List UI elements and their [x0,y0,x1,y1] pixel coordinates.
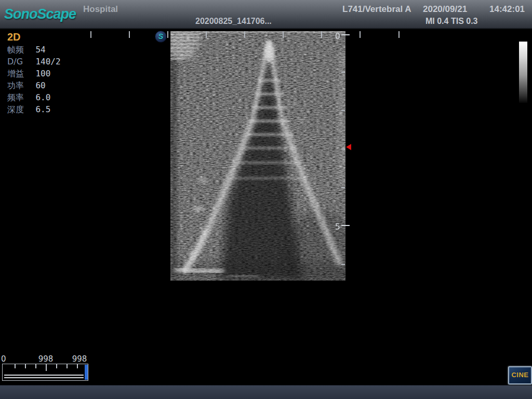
cine-total-label: 998 [69,354,90,364]
hospital-name: Hospital [83,4,118,15]
param-row-dg: D/G 140/2 [7,57,61,69]
param-label: 增益 [7,69,33,79]
title-bar: SonoScape Hospital L741/Vertebral A 2020… [0,0,532,29]
cine-current-label: 998 [35,354,56,364]
param-value: 60 [35,81,45,90]
ruler-tick [398,31,400,38]
ruler-tick [129,31,130,38]
param-value: 6.0 [35,92,50,102]
param-label: 频率 [7,92,33,103]
ruler-tick [360,31,361,38]
clock-time: 14:42:01 [489,4,525,15]
grayscale-bar [519,42,527,103]
cine-button[interactable]: CINE [508,366,532,384]
ultrasound-image[interactable] [170,31,345,281]
exam-id: 20200825_141706... [195,17,272,26]
param-label: D/G [7,57,33,66]
param-value: 140/2 [35,57,60,66]
focus-marker-icon [346,144,351,150]
param-label: 帧频 [7,45,33,56]
cine-start-label: 0 [1,354,6,364]
depth-tick-minor [341,264,345,265]
param-value: 6.5 [35,104,50,114]
cine-track-line [4,375,84,376]
cine-tick [77,364,78,368]
depth-tick-major [341,225,350,226]
cine-track-line [4,377,84,378]
depth-scale-0: 0 [332,31,340,41]
ruler-tick [244,31,245,38]
param-value: 54 [35,45,45,55]
ruler-tick [167,31,168,38]
param-value: 100 [35,69,50,78]
mode-indicator: 2D [7,31,21,43]
ruler-tick [206,31,207,38]
param-row-power: 功率 60 [7,81,46,92]
watermark-letter: S [158,32,163,41]
ruler-tick [90,31,91,38]
depth-scale-5: 5 [332,222,340,232]
depth-tick-minor [341,72,345,73]
ruler-tick [283,31,284,38]
cine-tick [56,364,57,368]
cine-tick [46,364,47,371]
cine-slider[interactable] [2,364,88,381]
depth-tick-major [341,34,350,35]
depth-tick-minor [341,149,345,150]
sonoscape-watermark-icon: S [155,31,167,43]
mi-tis-readout: MI 0.4 TIS 0.3 [425,17,477,26]
param-row-frequency: 频率 6.0 [7,92,50,104]
cine-tick [66,364,68,368]
ruler-tick [321,31,322,38]
brand-logo: SonoScape [4,6,76,22]
cine-tick [35,364,36,368]
depth-tick-minor [341,187,345,188]
param-row-depth: 深度 6.5 [7,104,50,116]
cine-position-cursor[interactable] [85,365,88,380]
param-label: 深度 [7,104,33,115]
param-row-gain: 增益 100 [7,69,50,81]
cine-tick [25,364,26,368]
param-row-framerate: 帧频 54 [7,45,46,57]
depth-tick-minor [341,110,345,111]
probe-preset: L741/Vertebral A [342,4,411,15]
cine-tick [15,364,16,368]
exam-date: 2020/09/21 [423,4,467,15]
param-label: 功率 [7,81,33,91]
taskbar [0,385,532,399]
